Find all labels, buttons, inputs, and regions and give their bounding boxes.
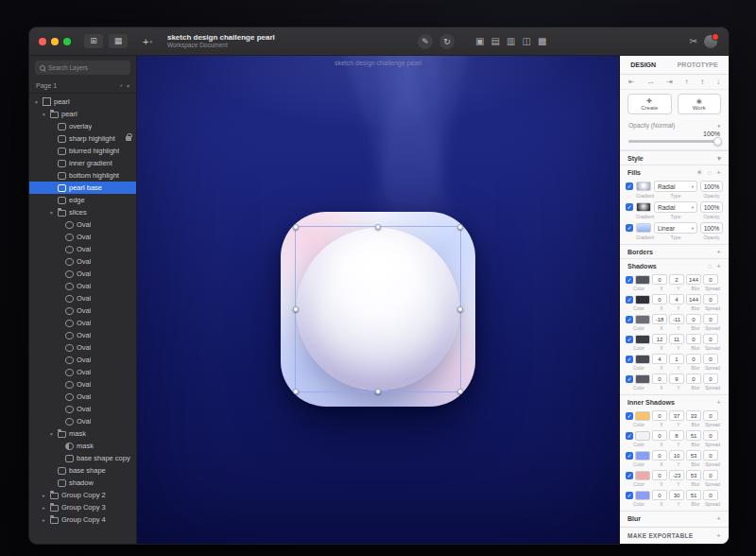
layer-row-oval-22[interactable]: Oval xyxy=(29,366,136,378)
inner-shadow-x-value[interactable]: 0 xyxy=(652,430,667,441)
layer-row-mask-28[interactable]: mask xyxy=(29,440,136,452)
inner-shadow-y-value[interactable]: -23 xyxy=(669,470,684,480)
fill-enabled-checkbox[interactable]: ✓ xyxy=(626,203,633,211)
inner-shadow-enabled-checkbox[interactable]: ✓ xyxy=(626,432,633,440)
shadow-spread-value[interactable]: 0 xyxy=(703,294,718,304)
inner-shadow-spread-value[interactable]: 0 xyxy=(703,490,718,500)
view-toggle-4-icon[interactable]: ◫ xyxy=(522,36,530,46)
inner-shadow-blur-value[interactable]: 53 xyxy=(686,470,701,480)
selection-handle-w[interactable] xyxy=(293,306,299,312)
inner-shadow-x-value[interactable]: 0 xyxy=(652,470,667,480)
make-exportable-footer[interactable]: MAKE EXPORTABLE + xyxy=(620,527,729,544)
shadow-blur-value[interactable]: 0 xyxy=(686,314,701,324)
shadow-y-value[interactable]: 11 xyxy=(669,334,684,344)
shadow-color-swatch[interactable] xyxy=(635,275,650,285)
align-bottom-icon[interactable]: ↓ xyxy=(716,78,720,86)
layer-row-pearl-0[interactable]: ▾pearl xyxy=(29,96,136,108)
fill-gradient-swatch[interactable] xyxy=(636,182,651,191)
layer-row-oval-24[interactable]: Oval xyxy=(29,391,136,403)
inner-shadow-y-value[interactable]: 37 xyxy=(669,410,684,421)
layer-row-base-shape-copy-29[interactable]: base shape copy xyxy=(29,452,136,464)
view-toggle-2-icon[interactable]: ▤ xyxy=(491,36,500,46)
inner-shadow-blur-value[interactable]: 33 xyxy=(686,410,701,421)
shadow-enabled-checkbox[interactable]: ✓ xyxy=(626,276,633,284)
selection-handle-se[interactable] xyxy=(457,389,463,394)
shadow-blur-value[interactable]: 0 xyxy=(686,334,701,344)
fill-gradient-swatch[interactable] xyxy=(636,202,651,212)
view-toggle-1-icon[interactable]: ▣ xyxy=(475,36,484,46)
page-selector[interactable]: Page 1 + ▾ xyxy=(29,78,136,94)
layer-row-oval-11[interactable]: Oval xyxy=(29,231,136,243)
align-right-icon[interactable]: ⇥ xyxy=(666,78,673,86)
inner-shadow-blur-value[interactable]: 51 xyxy=(686,490,701,500)
shadow-y-value[interactable]: 2 xyxy=(669,274,684,285)
shadow-x-value[interactable]: 0 xyxy=(652,274,667,285)
selection-handle-sw[interactable] xyxy=(293,389,299,394)
layer-row-oval-17[interactable]: Oval xyxy=(29,304,136,317)
add-inner-shadow-icon[interactable]: + xyxy=(716,398,721,407)
shadow-x-value[interactable]: 12 xyxy=(652,334,667,344)
shadow-blur-value[interactable]: 144 xyxy=(686,294,701,304)
inner-shadow-color-swatch[interactable] xyxy=(635,411,650,421)
layer-row-sharp-highlight-3[interactable]: sharp highlight xyxy=(29,132,136,145)
minimize-window-button[interactable] xyxy=(51,38,59,45)
pearl-artboard[interactable] xyxy=(281,212,475,407)
layer-row-oval-25[interactable]: Oval xyxy=(29,403,136,415)
inner-shadow-y-value[interactable]: 8 xyxy=(669,430,684,441)
selection-handle-nw[interactable] xyxy=(293,224,299,230)
search-input[interactable]: Search Layers xyxy=(35,61,130,75)
opacity-slider[interactable] xyxy=(628,140,720,143)
inner-shadow-color-swatch[interactable] xyxy=(635,491,650,500)
layer-row-group-copy-3-33[interactable]: ▸Group Copy 3 xyxy=(29,501,136,513)
fill-type-dropdown[interactable]: Linear▾ xyxy=(654,222,697,234)
align-top-icon[interactable]: ↑ xyxy=(685,78,689,86)
chevron-down-icon[interactable]: ▾ xyxy=(41,112,47,117)
selection-handle-n[interactable] xyxy=(375,224,381,230)
pages-chevron-icon[interactable]: ▾ xyxy=(127,82,129,89)
inner-shadow-y-value[interactable]: 30 xyxy=(669,490,684,500)
inner-shadow-enabled-checkbox[interactable]: ✓ xyxy=(626,452,633,460)
inner-shadow-enabled-checkbox[interactable]: ✓ xyxy=(626,472,633,479)
pearl-app-icon[interactable] xyxy=(281,212,475,407)
close-window-button[interactable] xyxy=(39,38,46,45)
chevron-down-icon[interactable]: ▾ xyxy=(33,99,40,105)
shadow-enabled-checkbox[interactable]: ✓ xyxy=(626,316,633,323)
create-button[interactable]: ✚ Create xyxy=(627,94,672,114)
layer-row-blurred-highlight-4[interactable]: blurred highlight xyxy=(29,145,136,157)
inner-shadow-color-swatch[interactable] xyxy=(635,451,650,460)
shadow-color-swatch[interactable] xyxy=(635,374,650,384)
chevron-right-icon[interactable]: ▸ xyxy=(41,517,47,523)
fill-gradient-swatch[interactable] xyxy=(636,223,651,233)
add-fill-icon[interactable]: + xyxy=(716,168,721,177)
shadow-enabled-checkbox[interactable]: ✓ xyxy=(626,296,633,304)
chevron-right-icon[interactable]: ▸ xyxy=(41,505,47,511)
fill-type-dropdown[interactable]: Radial▾ xyxy=(654,201,697,213)
layer-row-oval-13[interactable]: Oval xyxy=(29,255,136,268)
notifications-avatar[interactable] xyxy=(704,35,717,48)
scissors-icon[interactable]: ✂ xyxy=(690,36,697,46)
inner-shadow-spread-value[interactable]: 0 xyxy=(703,450,718,460)
shadow-drop-icon[interactable]: ◌ xyxy=(708,262,713,270)
layer-row-oval-15[interactable]: Oval xyxy=(29,280,136,292)
chevron-right-icon[interactable]: ▸ xyxy=(41,493,47,498)
shadow-blur-value[interactable]: 0 xyxy=(686,354,701,364)
shadow-y-value[interactable]: 9 xyxy=(669,374,684,384)
inner-shadow-y-value[interactable]: 10 xyxy=(669,450,684,460)
opacity-value[interactable]: 100% xyxy=(628,130,720,137)
inner-shadow-enabled-checkbox[interactable]: ✓ xyxy=(626,412,633,420)
layer-row-group-copy-2-32[interactable]: ▸Group Copy 2 xyxy=(29,489,136,501)
layer-row-oval-14[interactable]: Oval xyxy=(29,268,136,280)
canvas[interactable]: sketch design challenge pearl xyxy=(137,56,619,544)
style-section-header[interactable]: Style ▾ xyxy=(620,150,729,165)
layer-row-overlay-2[interactable]: overlay xyxy=(29,120,136,132)
toolbar-layout-icon[interactable]: ▦ xyxy=(109,34,128,48)
fill-opacity-value[interactable]: 100% xyxy=(700,222,723,234)
fill-opacity-value[interactable]: 100% xyxy=(700,181,723,192)
layer-row-oval-20[interactable]: Oval xyxy=(29,341,136,354)
tab-design[interactable]: DESIGN xyxy=(630,61,656,68)
history-icon[interactable]: ↻ xyxy=(439,34,455,49)
add-border-icon[interactable]: + xyxy=(716,248,721,256)
shadow-y-value[interactable]: 4 xyxy=(669,294,684,304)
layer-row-oval-18[interactable]: Oval xyxy=(29,317,136,329)
shadow-x-value[interactable]: 0 xyxy=(652,294,667,304)
